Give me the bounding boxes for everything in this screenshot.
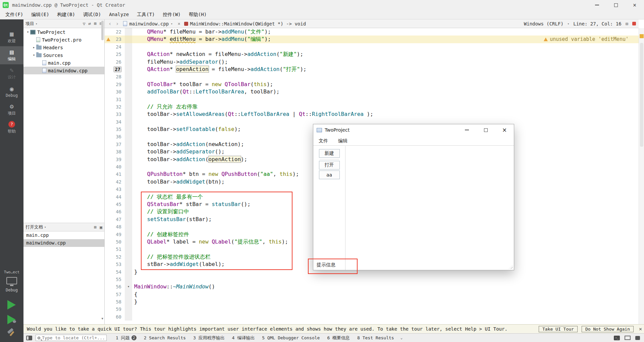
code-line[interactable]: 58} (105, 298, 639, 305)
code-line[interactable]: 25 QAction* newAction = fileMenu->addAct… (105, 51, 639, 58)
code-line[interactable]: 32 // 只允许 左右停靠 (105, 103, 639, 111)
tree-item[interactable]: main.cpp (23, 59, 104, 67)
menu-item[interactable]: 构建(B) (53, 10, 79, 19)
tree-item[interactable]: mainwindow.cpp (23, 67, 104, 74)
code-line[interactable]: 31 (105, 96, 639, 103)
scroll-down-arrow-icon[interactable]: ▼ (102, 317, 103, 320)
forward-icon[interactable]: › (115, 21, 120, 26)
app-maximize-button[interactable] (476, 124, 495, 136)
output-pane-button[interactable]: 4 编译输出 (228, 334, 259, 342)
app-title-bar[interactable]: TwoProject × (313, 124, 514, 136)
chevron-down-icon[interactable]: ▾ (44, 225, 46, 229)
menu-item[interactable]: 文件(F) (1, 10, 27, 19)
output-pane-button[interactable]: 8 Test Results (354, 334, 398, 342)
code-line[interactable]: 30 addToolBar(Qt::LeftToolBarArea, toolB… (105, 88, 639, 95)
terminal-icon[interactable]: ›_ (614, 336, 620, 340)
menu-item[interactable]: 工具(T) (133, 10, 159, 19)
close-button[interactable]: × (625, 0, 644, 10)
red-marker-icon[interactable] (632, 22, 636, 25)
expand-arrow-icon[interactable]: ▸ (32, 45, 36, 50)
symbol-dropdown[interactable]: MainWindow::MainWindow(QWidget *) -> voi… (190, 21, 306, 26)
app-toolbar-button[interactable]: 新建 (319, 149, 340, 158)
tree-scrollbar-thumb[interactable] (101, 21, 104, 40)
menu-item[interactable]: 帮助(H) (185, 10, 211, 19)
locator[interactable] (36, 335, 107, 341)
tour-button[interactable]: Take UI Tour (539, 326, 578, 332)
code-line[interactable]: 27 QAction* openAction = fileMenu->addAc… (105, 66, 639, 73)
tour-close-icon[interactable]: ✕ (637, 326, 644, 332)
output-pane-button[interactable]: 3 应用程序输出 (190, 334, 228, 342)
split-panel-icon[interactable]: ⊞ (94, 225, 97, 229)
close-document-icon[interactable]: ✕ (176, 21, 182, 26)
menu-item[interactable]: 调试(D) (79, 10, 105, 19)
code-line[interactable]: 33 toolBar->setAllowedAreas(Qt::LeftTool… (105, 111, 639, 118)
code-line[interactable]: 57{ (105, 291, 639, 298)
tree-item[interactable]: ▾Sources (23, 51, 104, 59)
output-pane-button[interactable]: 5 QML Debugger Console (258, 334, 323, 342)
code-line[interactable]: 60 (105, 313, 639, 321)
tree-item[interactable]: ▾TwoProject (23, 28, 104, 36)
app-toolbar-button[interactable]: 打开 (319, 161, 340, 169)
code-line[interactable]: 26 fileMenu->addSeparator(); (105, 58, 639, 66)
scrollbar-thumb[interactable] (640, 43, 643, 147)
output-pane-chevron-icon[interactable]: ⌄ (398, 336, 406, 340)
line-ending-dropdown[interactable]: Windows (CRLF) (524, 21, 564, 26)
editor-toolbar: ‹ › mainwindow.cpp ▾ ✕ MainWindow::MainW… (105, 19, 639, 28)
mode-item-welcome[interactable]: ▦欢迎 (0, 28, 23, 46)
panel-window-icon[interactable]: ▣ (100, 225, 102, 229)
open-document-item[interactable]: main.cpp (23, 231, 104, 239)
sync-with-editor-icon[interactable]: ⇄ (89, 21, 91, 26)
open-file-dropdown[interactable]: mainwindow.cpp ▾ (122, 21, 174, 26)
locator-input[interactable] (42, 335, 106, 340)
maximize-button[interactable] (606, 0, 625, 10)
app-close-button[interactable]: × (495, 124, 514, 136)
output-pane-button[interactable]: 6 概要信息 (323, 334, 354, 342)
code-line[interactable]: 23 QMenu* editMenu = bar->addMenu("编辑");… (105, 36, 639, 43)
line-number: 48 (116, 224, 121, 229)
code-line[interactable]: 28 (105, 73, 639, 80)
tree-item[interactable]: TwoProject.pro (23, 36, 104, 44)
screen-icon[interactable] (625, 336, 631, 340)
line-number: 42 (116, 179, 121, 185)
expand-arrow-icon[interactable]: ▾ (32, 53, 36, 57)
code-line[interactable]: 56▾MainWindow::~MainWindow() (105, 283, 639, 290)
code-line[interactable]: 29 QToolBar* toolBar = new QToolBar(this… (105, 81, 639, 88)
app-toolbar-button[interactable]: aa (319, 170, 340, 179)
app-menu-item[interactable]: 编辑 (338, 136, 347, 146)
output-pane-button[interactable]: 2 Search Results (140, 334, 190, 342)
expand-arrow-icon[interactable]: ▾ (25, 30, 30, 34)
app-menu-item[interactable]: 文件 (319, 136, 328, 146)
toggle-right-sidebar-icon[interactable] (635, 336, 640, 340)
filter-icon[interactable]: ▽ (83, 21, 86, 26)
menu-item[interactable]: Analyze (105, 10, 133, 19)
menu-item[interactable]: 编辑(E) (27, 10, 53, 19)
toggle-sidebar-icon[interactable] (26, 336, 32, 340)
back-icon[interactable]: ‹ (107, 21, 113, 26)
run-button[interactable] (7, 300, 16, 310)
tree-item[interactable]: ▸Headers (23, 44, 104, 51)
output-pane-button[interactable]: 1 问题2 (112, 334, 140, 342)
code-line[interactable]: 22 QMenu* fileMenu = bar->addMenu("文件"); (105, 28, 639, 36)
editor-scrollbar[interactable] (639, 28, 644, 324)
minimize-button[interactable] (588, 0, 606, 10)
code-line[interactable]: 55 (105, 276, 639, 283)
mode-item-design[interactable]: ✎设计 (0, 64, 23, 82)
code-token: ); (364, 111, 373, 117)
build-button[interactable] (7, 328, 17, 337)
kit-monitor-icon[interactable] (6, 277, 17, 284)
code-line[interactable]: 24 (105, 43, 639, 51)
menu-item[interactable]: 控件(W) (159, 10, 185, 19)
split-panel-icon[interactable]: ⊞ (94, 21, 97, 26)
tour-button[interactable]: Do Not Show Again (582, 326, 634, 332)
code-line[interactable]: 59 (105, 305, 639, 313)
split-editor-icon[interactable]: ⊞ (626, 21, 628, 26)
chevron-down-icon[interactable]: ▾ (36, 22, 37, 25)
app-minimize-button[interactable] (458, 124, 476, 136)
running-app-window: TwoProject × 文件编辑 新建打开aa 提示信息 (313, 124, 514, 270)
open-document-item[interactable]: mainwindow.cpp (23, 239, 104, 247)
mode-item-debug[interactable]: ◉Debug (0, 82, 23, 100)
mode-item-projects[interactable]: ⚙项目 (0, 100, 23, 119)
resize-grip[interactable] (509, 265, 513, 269)
mode-item-help[interactable]: ?帮助 (0, 119, 23, 137)
mode-item-edit[interactable]: ▤编辑 (0, 46, 23, 64)
